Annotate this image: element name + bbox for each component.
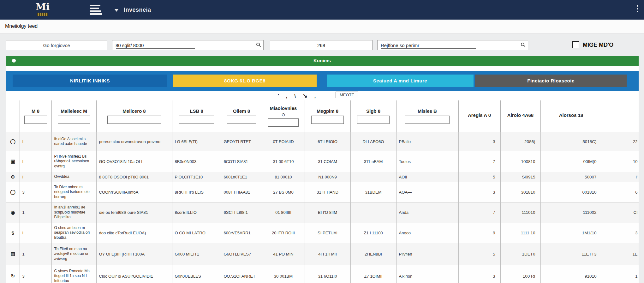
- cell-oiiem: 600rVE5ARR1: [221, 223, 262, 243]
- cell-meiicero: 8 8CT8 OSOOI pT8O 8001: [96, 172, 172, 182]
- cell-malieieec: In alv1I anreio1 ae scripBoid muovtae Bi…: [51, 202, 96, 223]
- cell-m8: I: [20, 172, 51, 182]
- table-row[interactable]: ◉1In alv1I anreio1 ae scripBoid muovtae …: [6, 202, 639, 223]
- cell-malieieec: To Dlve onbeo m eriogned Isetorse oie bo…: [51, 182, 96, 202]
- cell-sigb: Z1 I 11100: [350, 223, 396, 243]
- column-label: Aregis A 0: [459, 112, 500, 118]
- cell-misies: PBallo: [396, 132, 458, 151]
- cell-meiicero: COOnrrSG8IIIAImfoA: [96, 182, 172, 202]
- column-filter-m8[interactable]: [24, 116, 47, 124]
- table-row[interactable]: ▤1Tb Flte6 on e ao na avotejivt! n eotra…: [6, 243, 639, 265]
- cell-icon: ◯: [6, 132, 20, 151]
- cell-misies: Anda: [396, 202, 458, 223]
- cell-sigb: [350, 202, 396, 223]
- brand-title: Invesneia: [124, 7, 151, 13]
- tab-8okg[interactable]: 8OKG 61.O BGE8: [173, 75, 317, 87]
- cell-im: 1: [602, 265, 639, 283]
- note-box: MEOTE: [336, 92, 358, 98]
- status-label: Konims: [6, 58, 639, 63]
- filter-field-3[interactable]: [270, 40, 373, 50]
- circled-minus-icon[interactable]: ⊖: [11, 174, 15, 179]
- table-row[interactable]: ▣IPI INve nnsfea1 Bs rAbgerio1 aeesoloen…: [6, 151, 639, 172]
- column-label: Oiiem 8: [221, 108, 262, 114]
- cell-sigb: [350, 172, 396, 182]
- cell-m8: I: [20, 151, 51, 172]
- table-row[interactable]: ↻3G ybves Rrmcato Ms ttogorLlll 1a soa N…: [6, 265, 639, 283]
- filter-field-1[interactable]: [6, 40, 107, 50]
- chevron-down-icon[interactable]: [114, 9, 119, 12]
- cell-airoio: 1DET0: [500, 243, 540, 265]
- cell-miao: 01 80IIIII: [262, 202, 305, 223]
- hamburger-menu-icon[interactable]: [90, 5, 102, 15]
- cell-misies: ARirion: [396, 265, 458, 283]
- cell-im: 10: [602, 151, 639, 172]
- cell-sigb: 2l IEN8BI: [350, 243, 396, 265]
- mige-checkbox-label: MIGE MD'O: [583, 42, 613, 48]
- column-label: Megpim 8: [305, 108, 350, 114]
- cell-aregis: 9: [458, 223, 500, 243]
- cell-alorsos: 111002: [540, 202, 602, 223]
- column-label: Airoio 4A68: [501, 112, 540, 118]
- input-underline: [116, 48, 195, 49]
- cell-lsb: P OI,CITT1E10: [172, 172, 221, 182]
- cell-megpim: 31 ITTIAND: [305, 182, 350, 202]
- cell-icon: ◯: [6, 182, 20, 202]
- cell-alorsos: 50007: [540, 172, 602, 182]
- cell-miao: 30 001BM: [262, 265, 305, 283]
- tab-nirlitik[interactable]: NIRLITIK INNIKS: [13, 75, 167, 87]
- tab-fineiacio[interactable]: Fineiacio Rloascoie: [475, 75, 627, 87]
- column-header-m8: M 8: [20, 100, 51, 132]
- app-logo[interactable]: Mi: [35, 2, 50, 16]
- currency-icon[interactable]: $: [12, 230, 14, 236]
- tab-band: NIRLITIK INNIKS 8OKG 61.O BGE8 Seaiued A…: [6, 71, 639, 91]
- cell-megpim: 31 6O11I0: [305, 265, 350, 283]
- cell-miao: 31 00 6T10: [262, 151, 305, 172]
- column-filter-miao[interactable]: [268, 118, 298, 127]
- table-row[interactable]: ◯3To Dlve onbeo m eriogned Isetorse oie …: [6, 182, 639, 202]
- app-logo-text: Mi: [35, 2, 50, 12]
- column-label: Misies B: [397, 108, 458, 114]
- cell-oiiem: OO,S1OI ANRET: [221, 265, 262, 283]
- table-row[interactable]: $IO shes ambcon m seapiran seviodila ori…: [6, 223, 639, 243]
- cell-misies: AOA—: [396, 182, 458, 202]
- cell-lsb: 8B0n0N003: [172, 151, 221, 172]
- tab-seaiued[interactable]: Seaiued A mnd Limure: [327, 75, 474, 87]
- column-filter-misies[interactable]: [405, 116, 450, 124]
- refresh-icon[interactable]: ↻: [11, 273, 15, 279]
- info-circle-icon[interactable]: ⊙: [262, 112, 305, 117]
- column-filter-megpim[interactable]: [311, 116, 344, 124]
- cell-icon: ◉: [6, 202, 20, 223]
- table-row[interactable]: ◯IIb alOe A soel mits oared aabe hauedep…: [6, 132, 639, 151]
- cell-meiicero: GO OV8O18IN 10a OLL: [96, 151, 172, 172]
- cell-oiiem: 6SCTI L8I8I1: [221, 202, 262, 223]
- column-label: Sigb 8: [351, 108, 396, 114]
- cell-meiicero: OY OI L[3III [RTIII I 100A: [96, 243, 172, 265]
- table-row[interactable]: ⊖IOvvddea8 8CT8 OSOOI pT8O 8001P OI,CITT…: [6, 172, 639, 182]
- filled-circle-icon[interactable]: ◉: [11, 210, 15, 215]
- column-label: Alorsos 18: [541, 112, 602, 118]
- column-filter-lsb[interactable]: [179, 116, 214, 124]
- column-header-miao: Miaoiovnies⊙: [262, 100, 305, 132]
- circle-icon[interactable]: ◯: [10, 139, 15, 144]
- mige-checkbox[interactable]: [572, 41, 579, 48]
- kebab-menu-icon[interactable]: [635, 5, 640, 14]
- boxed-lines-icon[interactable]: ▤: [11, 251, 15, 256]
- column-filter-meiicero[interactable]: [107, 116, 161, 124]
- cell-m8: 1: [20, 202, 51, 223]
- cell-airoio: 111010: [500, 202, 540, 223]
- cell-m8: I: [20, 223, 51, 243]
- cell-malieieec: PI INve nnsfea1 Bs rAbgerio1 aeesoloen o…: [51, 151, 96, 172]
- circle-icon[interactable]: ◯: [10, 189, 15, 195]
- inventory-table: M 8Malieieec MMeiicero 8LSB 8Oiiem 8Miao…: [6, 100, 639, 283]
- column-filter-sigb[interactable]: [357, 116, 390, 124]
- search-icon[interactable]: [521, 43, 524, 46]
- column-filter-oiiem[interactable]: [227, 116, 256, 124]
- cell-im: CI: [602, 202, 639, 223]
- cell-misies: Plivfien: [396, 243, 458, 265]
- search-icon[interactable]: [256, 43, 260, 46]
- cell-megpim: N1 000N9: [305, 172, 350, 182]
- cell-alorsos: 5018C): [540, 132, 602, 151]
- boxed-dot-icon[interactable]: ▣: [11, 159, 15, 164]
- column-filter-malieieec[interactable]: [58, 116, 90, 124]
- cell-icon: ↻: [6, 265, 20, 283]
